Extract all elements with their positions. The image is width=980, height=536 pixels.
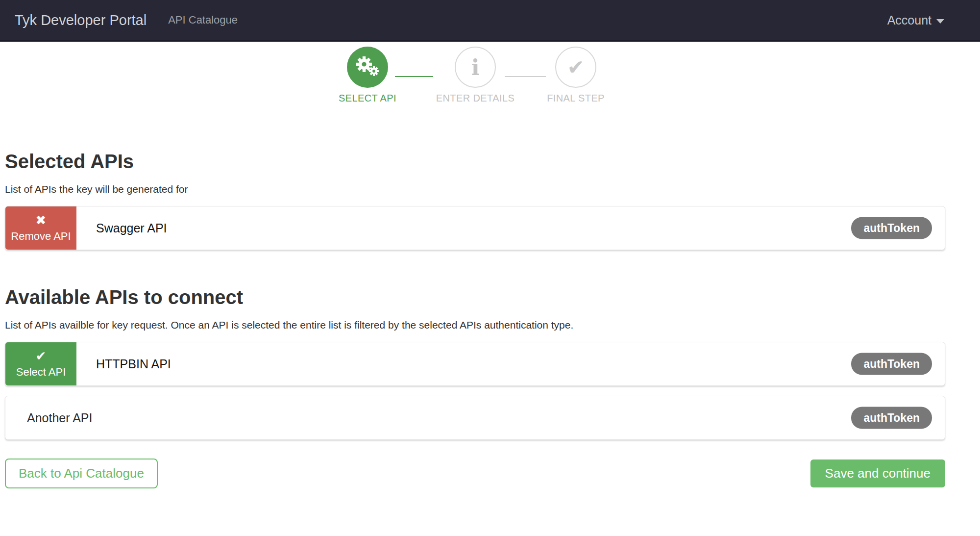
select-api-button[interactable]: ✔ Select API (5, 342, 76, 385)
select-api-label: Select API (16, 366, 66, 379)
info-icon: i (471, 55, 480, 80)
auth-type-badge: authToken (851, 353, 932, 375)
nav-item-api-catalogue[interactable]: API Catalogue (168, 14, 238, 26)
api-card-swagger: ✖ Remove API Swagger API authToken (5, 206, 945, 250)
navbar: Tyk Developer Portal API Catalogue Accou… (0, 0, 980, 42)
api-card-httpbin: ✔ Select API HTTPBIN API authToken (5, 342, 945, 386)
check-icon: ✔ (567, 55, 584, 79)
auth-type-badge: authToken (851, 217, 932, 239)
step-wizard: i ✔ SELECT API ENTER DETAILS FINAL STEP (0, 42, 980, 106)
auth-type-badge: authToken (851, 407, 932, 429)
account-dropdown[interactable]: Account (887, 13, 944, 27)
step-final-step: ✔ (555, 47, 596, 88)
main-content: Selected APIs List of APIs the key will … (5, 151, 945, 488)
step-select-api (347, 47, 388, 88)
selected-apis-heading: Selected APIs (5, 151, 945, 173)
step-enter-details: i (455, 47, 496, 88)
api-name: Another API (27, 411, 92, 425)
cogs-icon (355, 55, 380, 79)
account-label: Account (887, 13, 931, 27)
api-name: HTTPBIN API (96, 357, 171, 371)
footer-actions: Back to Api Catalogue Save and continue (5, 459, 945, 488)
remove-api-label: Remove API (11, 230, 71, 243)
check-icon: ✔ (36, 350, 47, 362)
save-and-continue-button[interactable]: Save and continue (810, 459, 945, 487)
available-apis-subheading: List of APIs availble for key request. O… (5, 319, 945, 331)
x-icon: ✖ (36, 214, 47, 227)
selected-apis-subheading: List of APIs the key will be generated f… (5, 183, 945, 195)
chevron-down-icon (936, 19, 944, 24)
remove-api-button[interactable]: ✖ Remove API (5, 206, 76, 250)
brand-link[interactable]: Tyk Developer Portal (15, 12, 147, 28)
step-label-final-step: FINAL STEP (502, 93, 649, 104)
available-apis-heading: Available APIs to connect (5, 286, 945, 308)
api-name: Swagger API (96, 221, 167, 235)
step-connector-todo (505, 76, 546, 77)
back-to-catalogue-button[interactable]: Back to Api Catalogue (5, 459, 158, 488)
step-connector-done (395, 76, 433, 77)
api-card-another: Another API authToken (5, 396, 945, 440)
